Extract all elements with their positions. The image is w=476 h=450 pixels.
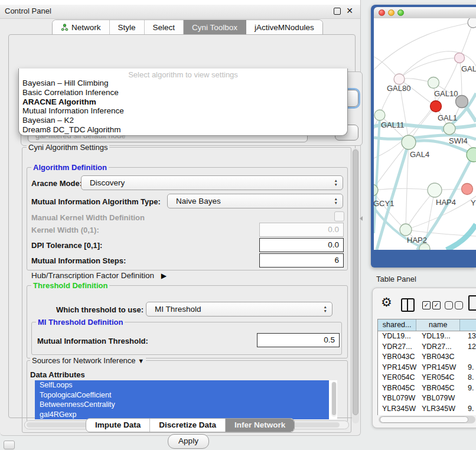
control-panel-title: Control Panel [5,6,51,15]
tab-impute-data[interactable]: Impute Data [86,419,150,432]
network-window-titlebar [374,7,476,19]
split-columns-icon[interactable] [401,298,415,312]
algorithm-option[interactable]: Bayesian – K2 [21,116,345,125]
network-node-gal80[interactable] [394,74,405,84]
table-row[interactable]: YDR27...YDR27...12 [378,342,476,353]
network-node-hap2[interactable] [400,224,412,236]
apply-button[interactable]: Apply [168,434,209,449]
gear-icon[interactable]: ⚙ [381,296,392,308]
unselect-all-columns-icon[interactable] [445,301,453,309]
attribute-list-item[interactable]: BetweennessCentrality [35,400,329,410]
node-label: GAL4 [410,150,429,159]
node-attribute-table[interactable]: shared...name YDL19...YDL19...13YDR27...… [377,319,476,415]
mi-steps-field[interactable]: 6 [259,253,344,268]
table-row[interactable]: YIL052CYIL052C9 [378,414,476,415]
combo-arrows-icon: ▲▼ [324,305,327,313]
table-cell: YER054C [382,373,415,381]
network-node-gal11[interactable] [374,110,385,120]
tab-network[interactable]: Network [53,20,110,35]
mi-threshold-field[interactable]: 0.5 [257,333,340,347]
table-row[interactable]: YDL19...YDL19...13 [378,331,476,342]
mac-close-icon[interactable] [379,9,385,16]
manual-kernel-width-checkbox[interactable] [334,211,344,221]
table-row[interactable]: YBR045CYBR045C9. [378,383,476,394]
sources-group-title[interactable]: Sources for Network Inference ▼ [30,356,146,365]
collapse-arrow-icon[interactable]: ▼ [138,357,144,364]
network-node[interactable] [467,148,476,162]
new-table-icon[interactable] [468,295,476,311]
manual-kernel-width-label: Manual Kernel Width Definition [31,213,145,222]
attribute-list-item[interactable]: TopologicalCoefficient [35,390,329,400]
attribute-list-scrollbar[interactable] [331,381,337,417]
table-row[interactable]: YER054CYER054C8. [378,373,476,383]
unselect-all-columns-icon[interactable] [455,301,463,309]
tab-discretize-data[interactable]: Discretize Data [150,419,226,432]
scrollbar-thumb[interactable] [353,149,358,415]
control-panel-window: Control Panel ✕ NetworkStyleSelectCyni T… [0,0,361,436]
hub-transcription-section[interactable]: Hub/Transcription Factor Definition ▶ [31,271,167,280]
mi-algorithm-type-combo[interactable]: Naive Bayes ▲▼ [167,194,343,208]
network-node-gal10[interactable] [428,77,439,89]
mac-zoom-icon[interactable] [397,9,404,16]
tab-cyni-toolbox[interactable]: Cyni Toolbox [184,20,246,35]
table-cell: YDL19... [422,332,451,340]
network-node-gal1[interactable] [431,101,442,112]
table-row[interactable]: YLR345WYLR345W9. [378,404,476,415]
select-all-columns-icon[interactable]: ✓ [432,301,441,309]
table-row[interactable]: YBR043CYBR043C [378,352,476,363]
cyni-bottom-tabbar: Impute DataDiscretize DataInfer Network [86,418,295,432]
network-node-gal[interactable] [455,53,465,63]
algorithm-dropdown-open: Select algorithm to view settings Bayesi… [18,69,348,136]
select-all-columns-icon[interactable]: ✓ [422,301,431,309]
kernel-width-value: 0.0 [328,223,339,236]
network-node-gal4[interactable] [402,135,416,149]
tab-infer-network[interactable]: Infer Network [226,419,294,432]
scrollbar-thumb[interactable] [332,382,336,415]
scrollbar-thumb[interactable] [380,416,468,423]
algorithm-option[interactable]: Dream8 DC_TDC Algorithm [21,125,345,135]
float-window-icon[interactable] [334,8,341,15]
data-attributes-list[interactable]: SelfLoopsTopologicalCoefficientBetweenne… [35,380,337,419]
algorithm-option[interactable]: Basic Correlation Inference [21,88,345,97]
control-panel-titlebar: Control Panel ✕ [0,5,360,19]
settings-vertical-scrollbar[interactable] [352,148,359,423]
algorithm-option[interactable]: ARACNE Algorithm [21,97,345,107]
dpi-tolerance-field[interactable]: 0.0 [259,238,344,252]
close-window-icon[interactable]: ✕ [346,6,353,15]
column-header-shared...[interactable]: shared... [378,319,416,331]
tab-label: Network [71,23,101,32]
column-header-partial[interactable] [460,319,476,331]
network-icon [61,24,69,31]
attribute-list-item[interactable]: SelfLoops [35,380,329,390]
tab-style[interactable]: Style [110,20,145,35]
column-header-name[interactable]: name [416,319,460,331]
tab-jactivemnodules[interactable]: jActiveMNodules [246,20,322,35]
expand-arrow-icon[interactable]: ▶ [161,272,167,280]
data-attributes-label: Data Attributes [30,370,85,379]
threshold-definition-title: Threshold Definition [31,281,109,290]
table-row[interactable]: YPR145WYPR145W9. [378,363,476,373]
mi-algorithm-type-label: Mutual Information Algorithm Type: [31,197,161,206]
tab-select[interactable]: Select [145,20,184,35]
network-node[interactable] [456,96,468,108]
table-horizontal-scrollbar[interactable] [379,416,475,423]
tab-label: Select [153,23,175,32]
network-node-swi4[interactable] [444,123,455,135]
algorithm-option[interactable]: Bayesian – Hill Climbing [21,79,345,88]
minimized-panel-icon[interactable] [4,441,15,449]
table-cell: 13 [468,332,476,340]
node-label: GAL10 [434,89,458,98]
mac-minimize-icon[interactable] [388,9,395,16]
panel-collapse-chevron-icon[interactable] [360,216,363,221]
table-row[interactable]: YBL079WYBL079W [378,393,476,404]
algorithm-option[interactable]: Mutual Information Inference [21,106,345,116]
network-node-hap4[interactable] [428,183,442,197]
aracne-mode-combo[interactable]: Discovery ▲▼ [81,175,343,190]
which-threshold-combo[interactable]: MI Threshold ▲▼ [146,302,332,317]
network-canvas[interactable]: GALGAL80GAL10GAL1GAL11SWI4GAL4GCY1HAP4YH… [374,18,476,250]
network-node-y[interactable] [462,184,473,195]
network-node[interactable] [468,18,476,28]
kernel-width-field[interactable]: 0.0 [259,223,344,237]
tab-label: Style [118,23,136,32]
tab-label: Cyni Toolbox [192,23,237,32]
